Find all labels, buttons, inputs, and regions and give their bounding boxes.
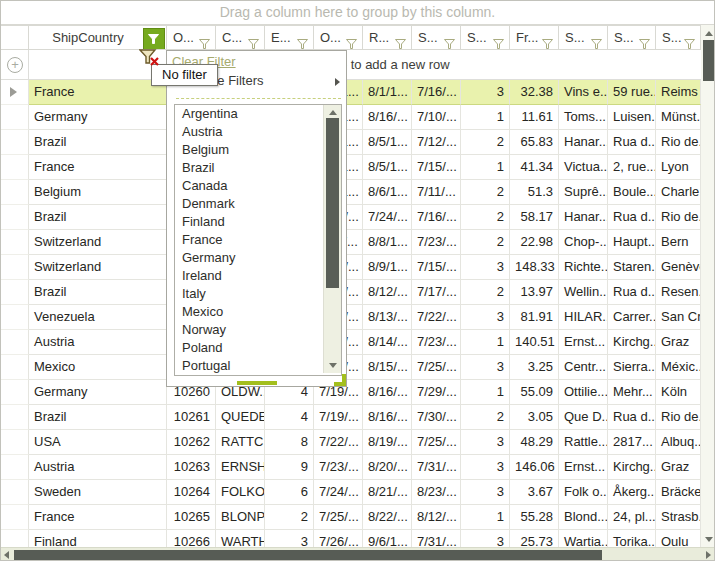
header-col-shipcity[interactable]: S... (656, 25, 701, 50)
cell-col-shipaddress[interactable]: Åkerg... (608, 480, 656, 505)
header-col-freight[interactable]: Fr... (510, 25, 559, 50)
cell-col-freight[interactable]: 41.34 (510, 155, 559, 180)
cell-col-freight[interactable]: 65.83 (510, 130, 559, 155)
filter-list-item[interactable]: Denmark (175, 195, 341, 213)
cell-col-orderid[interactable]: 10262 (167, 430, 216, 455)
cell-col-shipaddress[interactable]: Rua d... (608, 205, 656, 230)
filter-funnel-icon[interactable] (639, 33, 650, 43)
scroll-left-icon[interactable] (4, 551, 9, 559)
cell-col-freight[interactable]: 22.98 (510, 230, 559, 255)
scroll-down-icon[interactable] (705, 537, 713, 542)
filter-funnel-icon[interactable] (591, 33, 602, 43)
cell-col-requireddate[interactable]: 8/15/... (363, 355, 412, 380)
filter-funnel-icon[interactable] (444, 33, 455, 43)
filter-list-item[interactable]: Argentina (175, 105, 341, 123)
cell-col-orderid[interactable]: 10265 (167, 505, 216, 530)
header-col-shipvia[interactable]: S... (461, 25, 510, 50)
filter-list-item[interactable]: Poland (175, 339, 341, 357)
cell-col-shipcountry[interactable]: Brazil (29, 205, 167, 230)
cell-col-shipcountry[interactable]: Germany (29, 380, 167, 405)
cell-col-orderdate[interactable]: 7/24/... (314, 480, 363, 505)
cell-col-shipname[interactable]: HILAR... (559, 305, 608, 330)
cell-col-shipname[interactable]: Vins e... (559, 80, 608, 105)
cell-col-shipname[interactable]: Hanar... (559, 130, 608, 155)
cell-col-shippeddate[interactable]: 7/29/... (412, 380, 461, 405)
cell-col-shipvia[interactable]: 3 (461, 255, 510, 280)
cell-col-employeeid[interactable]: 8 (265, 430, 314, 455)
cell-col-requireddate[interactable]: 8/16/... (363, 405, 412, 430)
cell-col-shipaddress[interactable]: 59 rue... (608, 80, 656, 105)
cell-col-shipname[interactable]: Hanar... (559, 205, 608, 230)
cell-col-shipcountry[interactable]: Austria (29, 455, 167, 480)
filter-list-item[interactable]: Brazil (175, 159, 341, 177)
cell-col-freight[interactable]: 32.38 (510, 80, 559, 105)
cell-col-shipaddress[interactable]: Kirchg... (608, 455, 656, 480)
header-col-customerid[interactable]: C... (216, 25, 265, 50)
popup-resize-grip-corner[interactable] (334, 382, 346, 386)
cell-col-shipcountry[interactable]: Belgium (29, 180, 167, 205)
cell-col-shippeddate[interactable]: 7/22/... (412, 305, 461, 330)
popup-resize-grip-bar[interactable] (237, 381, 277, 385)
filter-funnel-icon[interactable] (542, 33, 553, 43)
vertical-scrollbar[interactable] (701, 25, 715, 547)
filter-list-item[interactable]: Portugal (175, 357, 341, 375)
cell-col-shipvia[interactable]: 3 (461, 480, 510, 505)
cell-col-shipaddress[interactable]: Carrer... (608, 305, 656, 330)
cell-col-freight[interactable]: 3.05 (510, 405, 559, 430)
cell-col-shipaddress[interactable]: Mehr... (608, 380, 656, 405)
cell-col-shipvia[interactable]: 2 (461, 180, 510, 205)
cell-col-shipaddress[interactable]: Rua d... (608, 405, 656, 430)
cell-col-shipcity[interactable]: Rio de... (656, 405, 701, 430)
cell-col-shipname[interactable]: Victua... (559, 155, 608, 180)
cell-col-shipcountry[interactable]: Venezuela (29, 305, 167, 330)
cell-col-shipcity[interactable]: Resen... (656, 280, 701, 305)
list-scroll-thumb[interactable] (326, 118, 339, 288)
filter-funnel-icon[interactable] (248, 33, 259, 43)
cell-col-shipname[interactable]: Richte... (559, 255, 608, 280)
cell-col-shipcity[interactable]: Graz (656, 455, 701, 480)
cell-col-freight[interactable]: 148.33 (510, 255, 559, 280)
cell-col-shipcity[interactable]: Münst... (656, 105, 701, 130)
cell-col-shipaddress[interactable]: 2817... (608, 430, 656, 455)
cell-col-shipcity[interactable]: Rio de... (656, 205, 701, 230)
cell-col-customerid[interactable]: QUEDE (216, 405, 265, 430)
filter-funnel-icon[interactable] (684, 33, 695, 43)
filter-list-item[interactable]: Canada (175, 177, 341, 195)
cell-col-requireddate[interactable]: 8/6/1... (363, 180, 412, 205)
cell-col-shipname[interactable]: Toms... (559, 105, 608, 130)
scroll-up-icon[interactable] (705, 31, 713, 36)
header-col-shipcountry[interactable]: ShipCountry (29, 25, 167, 50)
cell-col-requireddate[interactable]: 8/16/... (363, 105, 412, 130)
cell-col-freight[interactable]: 13.97 (510, 280, 559, 305)
cell-col-shipname[interactable]: Wellin... (559, 280, 608, 305)
cell-col-shippeddate[interactable]: 7/11/... (412, 180, 461, 205)
cell-col-customerid[interactable]: BLONP (216, 505, 265, 530)
cell-col-shipvia[interactable]: 1 (461, 155, 510, 180)
cell-col-shipname[interactable]: Chop-... (559, 230, 608, 255)
cell-col-employeeid[interactable]: 4 (265, 405, 314, 430)
filter-list-item[interactable]: Germany (175, 249, 341, 267)
cell-col-shippeddate[interactable]: 7/25/... (412, 430, 461, 455)
header-col-orderdate[interactable]: O... (314, 25, 363, 50)
cell-col-shipcountry[interactable]: Switzerland (29, 255, 167, 280)
cell-col-shipcountry[interactable]: France (29, 155, 167, 180)
filter-list-item[interactable]: Norway (175, 321, 341, 339)
filter-list-item[interactable]: Mexico (175, 303, 341, 321)
cell-col-shipname[interactable]: Centr... (559, 355, 608, 380)
cell-col-shipcity[interactable]: Bräcke (656, 480, 701, 505)
cell-col-freight[interactable]: 51.3 (510, 180, 559, 205)
cell-col-freight[interactable]: 55.28 (510, 505, 559, 530)
add-new-row-label[interactable]: Click here to add a new row (1, 50, 715, 80)
cell-col-shippeddate[interactable]: 7/23/... (412, 330, 461, 355)
cell-col-orderid[interactable]: 10261 (167, 405, 216, 430)
cell-col-requireddate[interactable]: 8/19/... (363, 430, 412, 455)
add-new-row[interactable]: + Click here to add a new row (1, 50, 701, 80)
cell-col-freight[interactable]: 146.06 (510, 455, 559, 480)
cell-col-freight[interactable]: 3.67 (510, 480, 559, 505)
cell-col-shipvia[interactable]: 2 (461, 205, 510, 230)
filter-list-item[interactable]: France (175, 231, 341, 249)
cell-col-shipcity[interactable]: Méxic... (656, 355, 701, 380)
cell-col-shipcountry[interactable]: France (29, 80, 167, 105)
cell-col-shipcountry[interactable]: Brazil (29, 280, 167, 305)
cell-col-shipcountry[interactable]: Brazil (29, 405, 167, 430)
